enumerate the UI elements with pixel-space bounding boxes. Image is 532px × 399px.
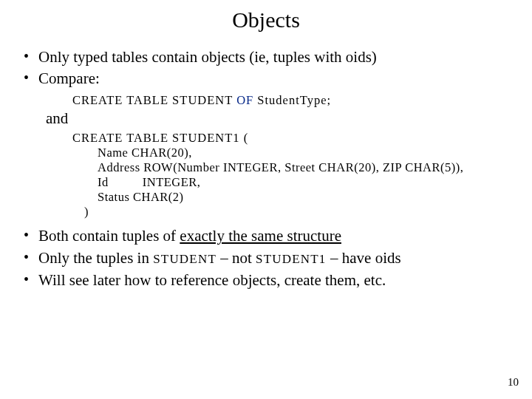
code-text: CREATE TABLE STUDENT — [72, 93, 236, 107]
bullet-typed-tables: Only typed tables contain objects (ie, t… — [21, 47, 511, 67]
smallcaps-student1: STUDENT1 — [256, 252, 330, 266]
bullet-same-structure: Both contain tuples of exactly the same … — [21, 225, 511, 246]
slide: Objects Only typed tables contain object… — [0, 0, 532, 399]
bottom-bullets: Both contain tuples of exactly the same … — [21, 225, 511, 291]
code-text: StudentType; — [253, 93, 331, 107]
text: Both contain tuples of — [38, 227, 180, 245]
code-text: INTEGER, — [143, 175, 201, 189]
slide-body: Only typed tables contain objects (ie, t… — [0, 47, 532, 291]
slide-title: Objects — [0, 0, 532, 37]
code-text: Id — [98, 175, 109, 189]
code-close-paren: ) — [84, 205, 511, 219]
bullet-compare: Compare: — [21, 69, 511, 89]
text: – not — [220, 249, 256, 267]
text: Only the tuples in — [38, 249, 153, 267]
page-number: 10 — [508, 376, 519, 389]
code-field-id: IdINTEGER, — [98, 175, 511, 190]
code-field-address: Address ROW(Number INTEGER, Street CHAR(… — [98, 160, 511, 175]
bullet-later: Will see later how to reference objects,… — [21, 270, 511, 290]
code-field-name: Name CHAR(20), — [98, 146, 511, 160]
code-line: CREATE TABLE STUDENT1 ( — [72, 131, 511, 146]
bullet-oids: Only the tuples in STUDENT – not STUDENT… — [21, 248, 511, 268]
code-field-status: Status CHAR(2) — [98, 190, 511, 205]
keyword-of: OF — [236, 93, 253, 107]
code-create-student1: CREATE TABLE STUDENT1 ( Name CHAR(20), A… — [72, 131, 511, 219]
text: – have oids — [330, 249, 401, 267]
code-create-student: CREATE TABLE STUDENT OF StudentType; — [72, 93, 511, 108]
and-label: and — [46, 109, 511, 128]
top-bullets: Only typed tables contain objects (ie, t… — [21, 47, 511, 89]
underlined-text: exactly the same structure — [180, 227, 341, 245]
smallcaps-student: STUDENT — [153, 252, 220, 266]
